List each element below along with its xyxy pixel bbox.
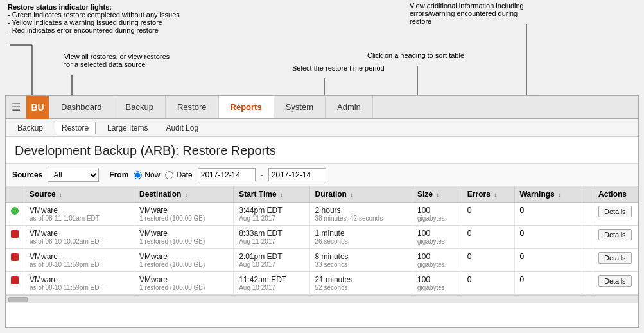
from-label: From [109, 170, 128, 179]
size-cell-0: 100 gigabytes [412, 203, 462, 226]
table-header-row: Source ↕ Destination ↕ Start Time ↕ Dura… [6, 186, 638, 203]
source-cell-1: VMware as of 08-10 10:02am EDT [24, 226, 134, 249]
th-status [6, 186, 24, 203]
tab-admin[interactable]: Admin [326, 96, 373, 118]
filter-bar: Sources All From Now Date - [6, 164, 638, 186]
source-cell-3: VMware as of 08-10 11:59pm EDT [24, 272, 134, 295]
source-cell-2: VMware as of 08-10 11:59pm EDT [24, 249, 134, 272]
spacer-cell-2 [582, 249, 593, 272]
subnav-audit-log[interactable]: Audit Log [159, 122, 205, 134]
starttime-cell-0: 3:44pm EDT Aug 11 2017 [234, 203, 309, 226]
restore-table: Source ↕ Destination ↕ Start Time ↕ Dura… [6, 186, 638, 295]
date-from-input[interactable] [198, 168, 256, 181]
subnav-restore[interactable]: Restore [55, 122, 96, 134]
duration-cell-3: 21 minutes 52 seconds [309, 272, 412, 295]
dest-cell-2: VMware 1 restored (100.00 GB) [134, 249, 234, 272]
table-row: VMware as of 08-11 1:01am EDT VMware 1 r… [6, 203, 638, 226]
th-start-time[interactable]: Start Time ↕ [234, 186, 309, 203]
date-separator: - [261, 170, 263, 179]
callout-timeperiod: Select the restore time period [292, 64, 385, 72]
radio-now-label[interactable]: Now [144, 170, 160, 179]
tab-system[interactable]: System [274, 96, 326, 118]
duration-cell-1: 1 minute 26 seconds [309, 226, 412, 249]
source-cell-0: VMware as of 08-11 1:01am EDT [24, 203, 134, 226]
errors-cell-2: 0 [462, 249, 514, 272]
warnings-cell-1: 0 [514, 226, 582, 249]
scroll-thumb[interactable] [8, 297, 28, 302]
tab-dashboard[interactable]: Dashboard [49, 96, 114, 118]
date-to-input[interactable] [268, 168, 326, 181]
errors-cell-3: 0 [462, 272, 514, 295]
tab-reports[interactable]: Reports [219, 96, 274, 118]
subnav-large-items[interactable]: Large Items [101, 122, 154, 134]
th-errors[interactable]: Errors ↕ [462, 186, 514, 203]
th-destination[interactable]: Destination ↕ [134, 186, 234, 203]
sources-label: Sources [12, 170, 42, 179]
starttime-cell-3: 11:42am EDT Aug 10 2017 [234, 272, 309, 295]
th-warnings[interactable]: Warnings ↕ [514, 186, 582, 203]
nav-bar: ☰ BU Dashboard Backup Restore Reports Sy… [6, 96, 638, 119]
app-container: ☰ BU Dashboard Backup Restore Reports Sy… [5, 95, 639, 328]
actions-cell-0: Details [593, 203, 638, 226]
table-wrapper: Source ↕ Destination ↕ Start Time ↕ Dura… [6, 186, 638, 295]
table-row: VMware as of 08-10 10:02am EDT VMware 1 … [6, 226, 638, 249]
details-button-3[interactable]: Details [598, 275, 632, 287]
errors-cell-1: 0 [462, 226, 514, 249]
nav-tabs: Dashboard Backup Restore Reports System … [49, 96, 373, 118]
table-row: VMware as of 08-10 11:59pm EDT VMware 1 … [6, 249, 638, 272]
radio-date-group: Date [165, 170, 192, 179]
callout-sources: View all restores, or view restores for … [64, 53, 170, 68]
duration-cell-2: 8 minutes 33 seconds [309, 249, 412, 272]
radio-date[interactable] [165, 171, 173, 179]
annotation-lines [0, 0, 644, 100]
details-button-2[interactable]: Details [598, 252, 632, 264]
spacer-cell-0 [582, 203, 593, 226]
radio-now-group: Now [134, 170, 160, 179]
table-body: VMware as of 08-11 1:01am EDT VMware 1 r… [6, 203, 638, 295]
callout-sort: Click on a heading to sort table [367, 51, 464, 59]
actions-cell-1: Details [593, 226, 638, 249]
dest-cell-0: VMware 1 restored (100.00 GB) [134, 203, 234, 226]
details-button-1[interactable]: Details [598, 229, 632, 240]
size-cell-3: 100 gigabytes [412, 272, 462, 295]
th-size[interactable]: Size ↕ [412, 186, 462, 203]
scroll-bar-bottom[interactable] [6, 295, 638, 303]
tab-backup[interactable]: Backup [114, 96, 166, 118]
th-actions: Actions [593, 186, 638, 203]
warnings-cell-3: 0 [514, 272, 582, 295]
actions-cell-3: Details [593, 272, 638, 295]
warnings-cell-0: 0 [514, 203, 582, 226]
starttime-cell-1: 8:33am EDT Aug 11 2017 [234, 226, 309, 249]
dest-cell-3: VMware 1 restored (100.00 GB) [134, 272, 234, 295]
radio-now[interactable] [134, 171, 142, 179]
spacer-cell-1 [582, 226, 593, 249]
status-cell-3 [6, 272, 24, 295]
th-spacer [582, 186, 593, 203]
size-cell-2: 100 gigabytes [412, 249, 462, 272]
radio-date-label[interactable]: Date [176, 170, 192, 179]
status-cell-0 [6, 203, 24, 226]
th-duration[interactable]: Duration ↕ [309, 186, 412, 203]
annotations-overlay: Restore status indicator lights: - Green… [0, 0, 644, 100]
page-title: Development Backup (ARB): Restore Report… [6, 137, 638, 164]
errors-cell-0: 0 [462, 203, 514, 226]
table-row: VMware as of 08-10 11:59pm EDT VMware 1 … [6, 272, 638, 295]
details-button-0[interactable]: Details [598, 206, 632, 217]
starttime-cell-2: 2:01pm EDT Aug 10 2017 [234, 249, 309, 272]
status-cell-1 [6, 226, 24, 249]
callout-status: Restore status indicator lights: - Green… [8, 3, 180, 34]
status-cell-2 [6, 249, 24, 272]
tab-restore[interactable]: Restore [166, 96, 219, 118]
hamburger-button[interactable]: ☰ [6, 96, 26, 119]
sub-nav: Backup Restore Large Items Audit Log [6, 119, 638, 137]
subnav-backup[interactable]: Backup [11, 122, 49, 134]
dest-cell-1: VMware 1 restored (100.00 GB) [134, 226, 234, 249]
size-cell-1: 100 gigabytes [412, 226, 462, 249]
callout-details: View additional information including er… [403, 2, 532, 25]
spacer-cell-3 [582, 272, 593, 295]
warnings-cell-2: 0 [514, 249, 582, 272]
th-source[interactable]: Source ↕ [24, 186, 134, 203]
sources-select[interactable]: All [48, 168, 99, 182]
duration-cell-0: 2 hours 38 minutes, 42 seconds [309, 203, 412, 226]
actions-cell-2: Details [593, 249, 638, 272]
